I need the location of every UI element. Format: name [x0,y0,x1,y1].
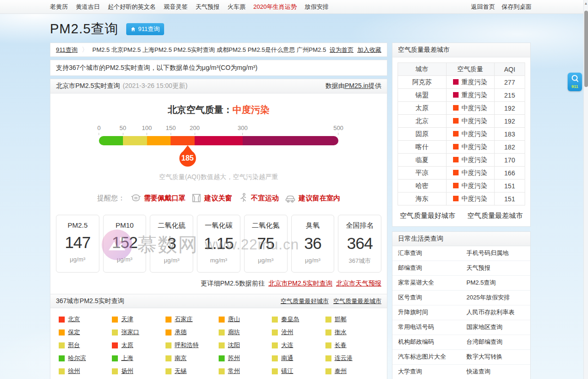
daily-link-left[interactable]: 大学查询 [398,367,466,376]
floating-911-widget[interactable]: 911 [568,73,582,91]
topnav-link[interactable]: 天气预报 [196,3,220,11]
daily-link-left[interactable]: 常用电话号码 [398,323,466,331]
cell-city[interactable]: 喀什 [398,141,447,154]
city-link[interactable]: 太原 [121,341,133,349]
save-desktop-link[interactable]: 保存到桌面 [502,3,532,11]
set-home-link[interactable]: 设为首页 [330,46,354,54]
city-link[interactable]: 无锡 [175,367,187,375]
scrollbar-thumb[interactable] [584,11,588,87]
city-link[interactable]: 大连 [281,341,293,349]
city-link[interactable]: 天津 [121,315,133,323]
scroll-up-arrow-icon[interactable]: ▲ [584,0,588,7]
worst-cities-link[interactable]: 空气质量最差城市 [333,298,381,304]
cell-city[interactable]: 固原 [398,128,447,141]
site-badge[interactable]: 911查询 [126,23,164,35]
city-link[interactable]: 连云港 [335,354,353,362]
scrollbar[interactable]: ▲ [583,0,588,379]
daily-link-right[interactable]: 台湾邮编查询 [466,338,502,346]
aqi-color-swatch [325,342,331,348]
city-link[interactable]: 秦皇岛 [281,315,299,323]
daily-link-right[interactable]: 快递查询 [466,367,490,376]
gauge-tick: 150 [166,124,176,135]
topnav-link[interactable]: 2020年生肖运势 [253,3,297,11]
daily-link-left[interactable]: 区号查询 [398,293,466,302]
city-link[interactable]: 上海 [121,354,133,362]
footer-best-cities-link[interactable]: 空气质量最好城市 [400,211,455,220]
city-link[interactable]: 唐山 [228,315,240,323]
topnav-link[interactable]: 观音灵签 [164,3,188,11]
metric-unit: μg/m³ [56,256,99,263]
cell-city[interactable]: 北京 [398,115,447,128]
city-link[interactable]: 常州 [228,367,240,375]
topnav-link[interactable]: 黄道吉日 [76,3,100,11]
city-link[interactable]: 哈尔滨 [68,354,86,362]
city-link[interactable]: 南京 [175,354,187,362]
tip-window[interactable]: 建议关窗 [191,193,232,204]
daily-link-right[interactable]: 国家地区查询 [466,323,502,331]
aqi-color-swatch [165,342,172,348]
back-home-link[interactable]: 返回首页 [471,3,495,11]
daily-link-left[interactable]: 汽车标志图片大全 [398,353,466,361]
cell-city[interactable]: 阿克苏 [398,76,447,89]
daily-link-right[interactable]: 手机号码归属地 [466,249,508,257]
city-link[interactable]: 徐州 [68,367,80,375]
city-link[interactable]: 沧州 [281,328,293,336]
city-link[interactable]: 镇江 [281,367,293,375]
aqi-color-swatch [59,355,65,361]
city-link[interactable]: 泰州 [335,367,347,375]
city-link[interactable]: 石家庄 [175,315,193,323]
daily-link-left[interactable]: 家常菜谱大全 [398,279,466,287]
cell-city[interactable]: 太原 [398,102,447,115]
daily-link-right[interactable]: PM2.5查询 [466,279,496,287]
cell-city[interactable]: 锡盟 [398,89,447,102]
daily-link-left[interactable]: 邮编查询 [398,264,466,272]
cell-quality: 中度污染 [446,128,495,141]
footer-worst-cities-link[interactable]: 空气质量最差城市 [467,211,523,220]
city-link[interactable]: 保定 [68,328,80,336]
daily-link-right[interactable]: 人民币存款利率表 [466,308,514,317]
breadcrumb-home-link[interactable]: 911查询 [56,46,78,54]
topnav-link[interactable]: 起个好听的英文名 [108,3,156,11]
beijing-weather-link[interactable]: 北京市天气预报 [336,280,381,287]
tips-label: 提醒您： [97,194,125,203]
city-link[interactable]: 邯郸 [335,315,347,323]
daily-link-right[interactable]: 2025年放假安排 [466,293,510,302]
daily-link-right[interactable]: 数字大写转换 [466,353,502,361]
city-link[interactable]: 长春 [335,341,347,349]
daily-link-left[interactable]: 升降旗时间 [398,308,466,317]
city-link[interactable]: 扬州 [121,367,133,375]
city-link[interactable]: 呼和浩特 [175,341,199,349]
city-link[interactable]: 衡水 [335,328,347,336]
daily-link-left[interactable]: 机构邮政编码 [398,338,466,346]
cell-quality: 中度污染 [446,154,495,167]
cell-city[interactable]: 平凉 [398,167,447,180]
topnav-link[interactable]: 放假安排 [305,3,329,11]
daily-link-left[interactable]: 汇率查询 [398,249,466,257]
cell-city[interactable]: 临夏 [398,154,447,167]
more-links-row: 更详细PM2.5数据前往 北京市PM2.5实时查询 北京市天气预报 [50,273,387,294]
gauge-tick: 0 [97,124,100,135]
city-link[interactable]: 南通 [281,354,293,362]
beijing-pm25-link[interactable]: 北京市PM2.5实时查询 [269,280,332,287]
magnifier-icon [570,74,580,83]
cell-city[interactable]: 海东 [398,193,447,205]
topnav-link[interactable]: 老黄历 [50,3,68,11]
city-link[interactable]: 邢台 [68,341,80,349]
cell-city[interactable]: 哈密 [398,180,447,193]
city-link[interactable]: 承德 [175,328,187,336]
city-link[interactable]: 廊坊 [228,328,240,336]
metric-value: 1.15 [197,234,240,253]
tip-mask[interactable]: 需要佩戴口罩 [130,193,185,204]
city-link[interactable]: 沈阳 [228,341,240,349]
daily-link-right[interactable]: 天气预报 [466,264,490,272]
add-favorite-link[interactable]: 加入收藏 [357,46,381,54]
tip-indoor[interactable]: 建议留在室内 [284,193,340,204]
daily-row: 机构邮政编码 台湾邮编查询 [392,335,530,350]
tip-exercise[interactable]: 不宜运动 [238,193,279,204]
source-link[interactable]: PM25.in [345,82,368,89]
topnav-link[interactable]: 火车票 [227,3,245,11]
city-link[interactable]: 张家口 [121,328,139,336]
best-cities-link[interactable]: 空气质量最好城市 [281,298,329,304]
city-link[interactable]: 苏州 [228,354,240,362]
city-link[interactable]: 北京 [68,315,80,323]
